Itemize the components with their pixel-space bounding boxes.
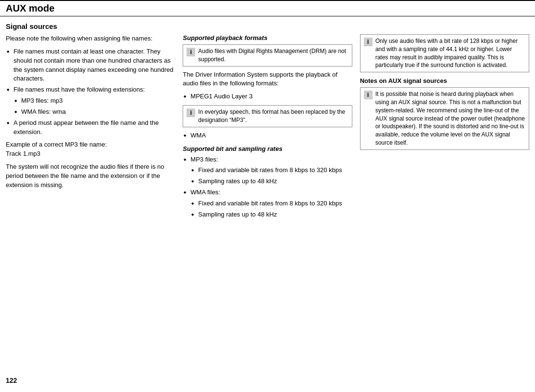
mp3-note-text: In everyday speech, this format has been…: [198, 108, 348, 124]
list-item: Sampling rates up to 48 kHz: [190, 177, 352, 186]
mp3-sub-list: Fixed and variable bit rates from 8 kbps…: [190, 166, 352, 186]
list-item: MP3 files: mp3: [13, 96, 175, 106]
format-list: MPEG1 Audio Layer 3: [183, 92, 352, 101]
page-number: 122: [6, 377, 17, 384]
list-item: MPEG1 Audio Layer 3: [183, 92, 352, 101]
bit-rate-info-text: Only use audio files with a bit rate of …: [375, 37, 525, 69]
mp3-rates-list: MP3 files: Fixed and variable bit rates …: [183, 155, 352, 219]
info-icon: i: [187, 108, 195, 117]
info-icon: i: [187, 48, 195, 56]
supported-playback-heading: Supported playback formats: [183, 34, 352, 41]
drm-info-box: i Audio files with Digital Rights Manage…: [183, 44, 352, 67]
page-container: AUX mode Signal sources Please note the …: [0, 0, 535, 223]
list-item: Fixed and variable bit rates from 8 kbps…: [190, 199, 352, 208]
list-item: File names must have the following exten…: [6, 85, 175, 117]
aux-info-box: i It is possible that noise is heard dur…: [360, 87, 529, 150]
bit-rate-info-box: i Only use audio files with a bit rate o…: [360, 34, 529, 72]
drm-info-text: Audio files with Digital Rights Manageme…: [198, 47, 348, 64]
notes-heading: Notes on AUX signal sources: [360, 77, 529, 84]
aux-info-text: It is possible that noise is heard durin…: [375, 90, 525, 147]
supported-bit-heading: Supported bit and sampling rates: [183, 145, 352, 152]
info-icon: i: [364, 38, 373, 46]
col2: Supported playback formats i Audio files…: [183, 34, 352, 223]
list-item: Sampling rates up to 48 kHz: [190, 210, 352, 219]
page-title: AUX mode: [6, 3, 54, 14]
list-item: Fixed and variable bit rates from 8 kbps…: [190, 166, 352, 175]
col1-intro: Please note the following when assigning…: [6, 34, 175, 43]
example-label: Example of a correct MP3 file name: Trac…: [6, 140, 175, 159]
list-item: A period must appear between the file na…: [6, 119, 175, 137]
info-icon: i: [364, 91, 373, 99]
content-area: Please note the following when assigning…: [0, 34, 535, 223]
section-heading: Signal sources: [0, 22, 535, 30]
wma-sub-list: Fixed and variable bit rates from 8 kbps…: [190, 199, 352, 219]
col3: i Only use audio files with a bit rate o…: [360, 34, 529, 223]
warning-text: The system will not recognize the audio …: [6, 162, 175, 190]
list-item: WMA: [183, 131, 352, 140]
driver-info: The Driver Information System supports t…: [183, 70, 352, 89]
list-item: WMA files: wma: [13, 108, 175, 117]
list-item: WMA files: Fixed and variable bit rates …: [183, 188, 352, 219]
extensions-list: MP3 files: mp3 WMA files: wma: [13, 96, 175, 117]
mp3-note-box: i In everyday speech, this format has be…: [183, 105, 352, 127]
list-item: MP3 files: Fixed and variable bit rates …: [183, 155, 352, 187]
col1-bullet-list: File names must contain at least one cha…: [6, 47, 175, 137]
wma-format-list: WMA: [183, 131, 352, 140]
list-item: File names must contain at least one cha…: [6, 47, 175, 83]
col1: Please note the following when assigning…: [6, 34, 175, 223]
page-header: AUX mode: [0, 0, 535, 16]
